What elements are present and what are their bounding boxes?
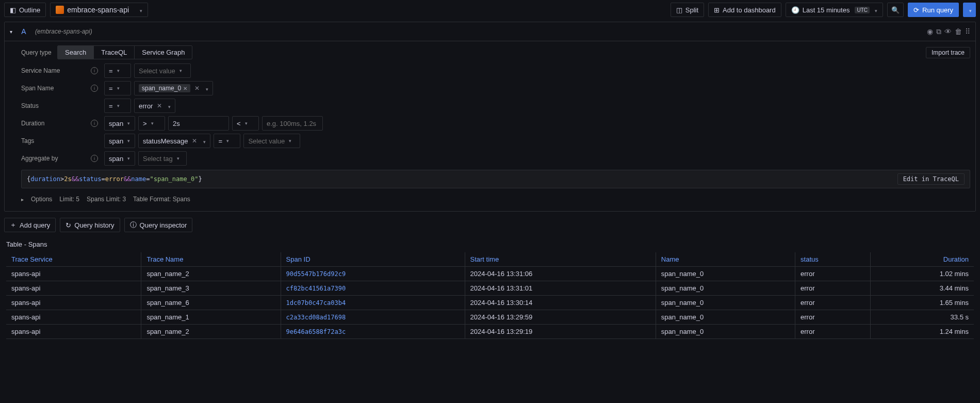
tags-scope[interactable]: span	[104, 134, 135, 148]
aggregate-tag[interactable]: Select tag	[138, 151, 187, 166]
tags-op[interactable]: =	[214, 134, 240, 148]
run-query-options-button[interactable]	[963, 3, 976, 17]
span-name-label: Span Name	[21, 85, 54, 92]
import-trace-button[interactable]: Import trace	[926, 47, 970, 58]
clear-icon[interactable]: ✕	[155, 102, 164, 109]
cell-start-time: 2024-04-16 13:30:14	[465, 296, 656, 310]
cell-span-id[interactable]: 1dc07b0c47ca03b4	[281, 296, 465, 310]
info-icon[interactable]: i	[91, 155, 98, 162]
datasource-picker[interactable]: embrace-spans-api	[50, 3, 148, 17]
time-range-picker[interactable]: 🕘 Last 15 minutes UTC	[786, 3, 883, 17]
options-label[interactable]: Options	[31, 196, 52, 203]
status-label: Status	[21, 102, 39, 109]
zoom-out-button[interactable]: 🔍	[887, 3, 904, 17]
clear-icon[interactable]: ✕	[192, 85, 202, 92]
status-value[interactable]: error ✕	[134, 99, 175, 113]
duration-op2[interactable]: <	[232, 116, 259, 131]
cell-trace-service: spans-api	[6, 296, 141, 310]
table-row[interactable]: spans-apispan_name_3cf82bc41561a73902024…	[6, 281, 974, 296]
col-trace-service[interactable]: Trace Service	[6, 252, 141, 267]
zoom-out-icon: 🔍	[891, 6, 900, 14]
tab-search[interactable]: Search	[58, 46, 94, 59]
cell-span-id[interactable]: c2a33cd08ad17698	[281, 310, 465, 325]
tags-value[interactable]: Select value	[243, 134, 300, 148]
trash-icon[interactable]: 🗑	[955, 27, 962, 36]
hint-icon[interactable]: ◉	[927, 27, 933, 36]
aggregate-label: Aggregate by	[21, 155, 58, 162]
tab-service-graph[interactable]: Service Graph	[135, 46, 192, 59]
run-query-button[interactable]: ⟳ Run query	[908, 3, 959, 17]
cell-trace-name: span_name_6	[141, 296, 281, 310]
tab-traceql[interactable]: TraceQL	[94, 46, 135, 59]
service-name-op[interactable]: =	[104, 63, 131, 78]
query-string-preview: { duration > 2s && status = error && nam…	[21, 170, 970, 188]
cell-trace-name: span_name_3	[141, 281, 281, 296]
chevron-down-icon	[873, 6, 877, 14]
clear-icon[interactable]: ✕	[190, 137, 199, 144]
duplicate-icon[interactable]: ⧉	[936, 27, 941, 36]
chip-remove-icon[interactable]: ✕	[183, 86, 187, 91]
add-query-button[interactable]: ＋ Add query	[4, 218, 56, 232]
cell-name: span_name_0	[656, 296, 795, 310]
options-chevron-icon[interactable]: ▸	[21, 197, 24, 202]
split-button[interactable]: ◫ Split	[671, 3, 704, 17]
cell-name: span_name_0	[656, 267, 795, 281]
col-name[interactable]: Name	[656, 252, 795, 267]
cell-status: error	[795, 310, 871, 325]
outline-button[interactable]: ◧ Outline	[4, 3, 46, 17]
eye-icon[interactable]: 👁	[944, 27, 952, 36]
tags-tag-select[interactable]: statusMessage ✕	[138, 134, 210, 148]
duration-scope[interactable]: span	[104, 116, 135, 131]
tags-label: Tags	[21, 137, 34, 144]
chevron-down-icon	[967, 6, 972, 14]
add-to-dashboard-button[interactable]: ⊞ Add to dashboard	[708, 3, 781, 17]
cell-trace-name: span_name_2	[141, 267, 281, 281]
cell-span-id[interactable]: cf82bc41561a7390	[281, 281, 465, 296]
query-type-segmented: Search TraceQL Service Graph	[57, 45, 192, 59]
query-history-button[interactable]: ↻ Query history	[60, 218, 120, 232]
time-range-label: Last 15 minutes	[803, 6, 850, 14]
query-letter[interactable]: A	[18, 25, 30, 38]
span-name-op[interactable]: =	[104, 81, 131, 95]
cell-trace-name: span_name_2	[141, 325, 281, 339]
service-name-label: Service Name	[21, 67, 60, 74]
span-name-value[interactable]: span_name_0 ✕ ✕	[134, 81, 213, 95]
aggregate-scope[interactable]: span	[104, 151, 135, 166]
info-icon[interactable]: i	[91, 85, 98, 92]
table-row[interactable]: spans-apispan_name_29e646a6588f72a3c2024…	[6, 325, 974, 339]
cell-status: error	[795, 296, 871, 310]
cell-duration: 1.65 mins	[870, 296, 974, 310]
compass-icon: ◧	[10, 6, 16, 14]
edit-in-traceql-button[interactable]: Edit in TraceQL	[897, 173, 965, 185]
table-row[interactable]: spans-apispan_name_61dc07b0c47ca03b42024…	[6, 296, 974, 310]
cell-status: error	[795, 267, 871, 281]
table-title: Table - Spans	[6, 240, 974, 248]
duration-value2[interactable]	[262, 116, 323, 131]
col-span-id[interactable]: Span ID	[281, 252, 465, 267]
cell-span-id[interactable]: 90d5547b176d92c9	[281, 267, 465, 281]
cell-name: span_name_0	[656, 310, 795, 325]
outline-label: Outline	[19, 6, 40, 14]
query-inspector-button[interactable]: ⓘ Query inspector	[124, 218, 193, 232]
cell-duration: 33.5 s	[870, 310, 974, 325]
collapse-icon[interactable]: ▾	[10, 29, 12, 35]
info-icon[interactable]: i	[91, 67, 98, 74]
spans-table: Trace Service Trace Name Span ID Start t…	[6, 252, 974, 339]
table-row[interactable]: spans-apispan_name_1c2a33cd08ad176982024…	[6, 310, 974, 325]
service-name-value[interactable]: Select value	[134, 63, 191, 78]
info-icon[interactable]: i	[91, 120, 98, 127]
cell-name: span_name_0	[656, 281, 795, 296]
cell-trace-service: spans-api	[6, 310, 141, 325]
cell-span-id[interactable]: 9e646a6588f72a3c	[281, 325, 465, 339]
datasource-name: embrace-spans-api	[67, 6, 129, 14]
duration-value1[interactable]	[168, 116, 229, 131]
table-row[interactable]: spans-apispan_name_290d5547b176d92c92024…	[6, 267, 974, 281]
col-trace-name[interactable]: Trace Name	[141, 252, 281, 267]
col-status[interactable]: status	[795, 252, 871, 267]
status-op[interactable]: =	[104, 99, 131, 113]
col-duration[interactable]: Duration	[870, 252, 974, 267]
col-start-time[interactable]: Start time	[465, 252, 656, 267]
drag-handle-icon[interactable]: ⠿	[965, 27, 970, 36]
duration-op1[interactable]: >	[138, 116, 165, 131]
chevron-down-icon	[166, 102, 171, 110]
